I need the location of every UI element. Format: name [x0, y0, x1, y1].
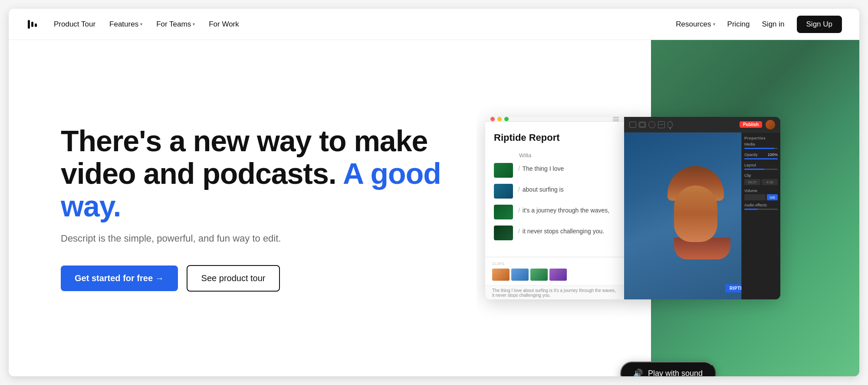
prop-row-media: Media	[744, 142, 778, 146]
publish-badge[interactable]: Publish	[740, 121, 762, 128]
nav-product-tour[interactable]: Product Tour	[54, 20, 95, 29]
features-chevron-icon: ▾	[140, 22, 142, 27]
script-item-4: / it never stops challenging you.	[494, 226, 615, 240]
timeline-label: CLIPS	[492, 262, 617, 266]
hero-right: Riptide Report Willa / The thing I love	[477, 40, 859, 376]
script-text-3: / it's a journey through the waves,	[518, 205, 609, 215]
nav-pricing[interactable]: Pricing	[727, 20, 750, 29]
window-minimize-dot	[497, 117, 502, 121]
window-close-dot	[490, 117, 495, 121]
nav-sign-in[interactable]: Sign in	[762, 20, 785, 29]
for-teams-chevron-icon: ▾	[193, 22, 195, 27]
prop-row-opacity: Opacity 100%	[744, 153, 778, 157]
script-item-2: / about surfing is	[494, 184, 615, 199]
script-thumb-2	[494, 184, 513, 199]
script-item-1: / The thing I love	[494, 163, 615, 178]
hero-buttons: Get started for free → See product tour	[61, 265, 442, 292]
timeline-clip-1	[492, 269, 510, 281]
nav-right: Resources ▾ Pricing Sign in Sign Up	[676, 16, 842, 33]
window-maximize-dot	[504, 117, 509, 121]
timeline-clip-3	[530, 269, 548, 281]
nav-left: Product Tour Features ▾ For Teams ▾ For …	[26, 17, 239, 31]
nav-resources[interactable]: Resources ▾	[676, 20, 715, 29]
prop-row-layout: Layout	[744, 163, 778, 167]
script-window: Riptide Report Willa / The thing I love	[485, 117, 624, 299]
hero-left: There's a new way to make video and podc…	[9, 40, 477, 376]
video-preview: RIPTIDE REPORT Properties Media	[624, 133, 780, 299]
timeline-row	[492, 269, 617, 281]
svg-rect-0	[28, 20, 30, 29]
script-footer: CLIPS	[485, 257, 624, 285]
see-product-tour-button[interactable]: See product tour	[187, 265, 280, 292]
nav-for-teams[interactable]: For Teams ▾	[156, 20, 195, 29]
hero-right-inner: Riptide Report Willa / The thing I love	[477, 40, 859, 376]
script-text-1: / The thing I love	[518, 163, 564, 173]
navbar: Product Tour Features ▾ For Teams ▾ For …	[9, 9, 859, 40]
script-text-4: / it never stops challenging you.	[518, 226, 604, 236]
prop-slider-opacity	[744, 158, 778, 159]
svg-rect-1	[31, 22, 33, 27]
video-window: Publish	[624, 117, 780, 299]
script-title: Riptide Report	[494, 132, 615, 143]
nav-features[interactable]: Features ▾	[109, 20, 142, 29]
script-thumb-4	[494, 226, 513, 240]
main-content: There's a new way to make video and podc…	[9, 40, 859, 376]
nav-signup-button[interactable]: Sign Up	[797, 16, 842, 33]
prop-row-audio-effects: Audio effects	[744, 203, 778, 207]
resources-chevron-icon: ▾	[713, 22, 715, 27]
get-started-button[interactable]: Get started for free →	[61, 266, 178, 291]
hero-heading: There's a new way to make video and podc…	[61, 125, 442, 222]
prop-row-volume: Volume	[744, 189, 778, 193]
script-thumb-1	[494, 163, 513, 178]
prop-slider-media	[744, 148, 778, 149]
prop-slider-audio	[744, 209, 778, 210]
nav-for-work[interactable]: For Work	[209, 20, 239, 29]
script-item-3: / it's a journey through the waves,	[494, 205, 615, 219]
video-titlebar: Publish	[624, 117, 780, 133]
prop-row-clip: Clip	[744, 173, 778, 178]
browser-window: Product Tour Features ▾ For Teams ▾ For …	[9, 9, 859, 376]
prop-slider-layout	[744, 169, 778, 170]
play-with-sound-button[interactable]: 🔊 Play with sound	[620, 362, 716, 376]
caption-bar: The thing I love about surfing is it's a…	[485, 285, 624, 299]
timeline-clip-2	[511, 269, 529, 281]
properties-panel: Properties Media Opacity 100%	[741, 133, 780, 299]
sound-icon: 🔊	[633, 368, 643, 376]
svg-rect-2	[35, 23, 37, 27]
script-window-titlebar	[485, 117, 624, 122]
properties-title: Properties	[744, 136, 778, 140]
descript-logo[interactable]	[26, 17, 40, 31]
script-text-2: / about surfing is	[518, 184, 564, 194]
user-avatar	[766, 120, 775, 129]
script-body: Riptide Report Willa / The thing I love	[485, 122, 624, 257]
editor-panel: Riptide Report Willa / The thing I love	[485, 117, 780, 299]
timeline-clip-4	[549, 269, 567, 281]
script-thumb-3	[494, 205, 513, 219]
speaker-name: Willa	[494, 152, 615, 159]
hero-subtitle: Descript is the simple, powerful, and fu…	[61, 233, 442, 244]
